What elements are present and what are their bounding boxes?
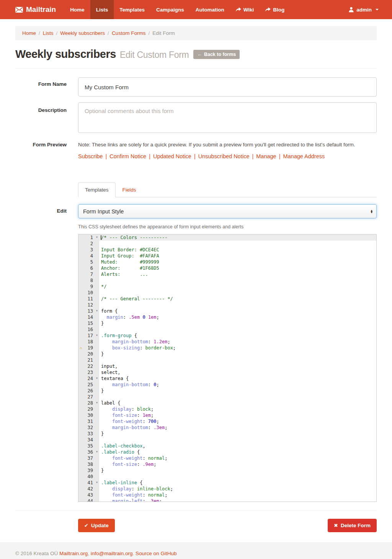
breadcrumb-link-weekly-subscribers[interactable]: Weekly subscribers bbox=[60, 30, 105, 36]
delete-form-button[interactable]: ✖ Delete Form bbox=[328, 519, 377, 532]
page-title: Weekly subscribers bbox=[15, 48, 116, 61]
editor-line: 26} bbox=[78, 388, 376, 394]
gutter-line-number: 42 bbox=[78, 486, 99, 492]
code-line: /* --- Colors ---------- bbox=[99, 234, 376, 241]
editor-line: 35.label-checkbox, bbox=[78, 443, 376, 449]
envelope-icon bbox=[15, 7, 23, 13]
back-to-forms-label: Back to forms bbox=[204, 52, 236, 57]
gutter-line-number: 26 bbox=[78, 388, 99, 394]
breadcrumb-current: Edit Form bbox=[152, 30, 175, 36]
gutter-line-number: 12 bbox=[78, 302, 99, 308]
description-textarea[interactable] bbox=[78, 102, 377, 133]
editor-line: 12 bbox=[78, 302, 376, 308]
editor-line: 11/* --- General -------- */ bbox=[78, 296, 376, 302]
code-line: */ bbox=[99, 284, 376, 290]
fold-arrow-icon[interactable]: ▾ bbox=[96, 400, 98, 406]
preview-link-confirm-notice[interactable]: Confirm Notice bbox=[109, 153, 146, 159]
code-editor[interactable]: 1▾/* --- Colors ----------23Input Border… bbox=[78, 234, 377, 502]
text-cursor bbox=[101, 235, 101, 240]
warning-icon: ⚠ bbox=[80, 345, 82, 351]
gutter-line-number: 35 bbox=[78, 443, 99, 449]
gutter-line-number: 14 bbox=[78, 314, 99, 320]
nav-item-lists[interactable]: Lists bbox=[90, 0, 114, 19]
nav-item-automation[interactable]: Automation bbox=[190, 0, 230, 19]
gutter-line-number: 43 bbox=[78, 492, 99, 498]
gutter-line-number: 24▾ bbox=[78, 375, 99, 382]
code-line: .label-checkbox, bbox=[99, 443, 376, 449]
gutter-line-number: 11 bbox=[78, 296, 99, 302]
fold-arrow-icon[interactable]: ▾ bbox=[96, 332, 98, 338]
edit-custom-form: Form Name Description Form Preview Note:… bbox=[15, 77, 377, 502]
nav-item-label: Campaigns bbox=[156, 7, 184, 13]
preview-link-manage[interactable]: Manage bbox=[256, 153, 276, 159]
chevron-down-icon bbox=[376, 9, 379, 10]
editor-line: 6Anchor: #1F68D5 bbox=[78, 265, 376, 271]
preview-link-unsubscribed-notice[interactable]: Unsubscribed Notice bbox=[198, 153, 250, 159]
nav-item-label: Blog bbox=[273, 7, 284, 13]
mailtrain-org-link[interactable]: Mailtrain.org bbox=[59, 551, 88, 556]
tab-fields[interactable]: Fields bbox=[116, 182, 143, 197]
gutter-line-number: 17▾ bbox=[78, 333, 99, 339]
gutter-line-number: 13▾ bbox=[78, 308, 99, 314]
fold-arrow-icon[interactable]: ▾ bbox=[96, 308, 98, 314]
code-line: label { bbox=[99, 400, 376, 406]
nav-item-wiki[interactable]: Wiki bbox=[230, 0, 260, 19]
github-link[interactable]: Source on GitHub bbox=[136, 551, 176, 556]
nav-item-home[interactable]: Home bbox=[64, 0, 90, 19]
gutter-line-number: 6 bbox=[78, 265, 99, 271]
update-button[interactable]: ✔ Update bbox=[78, 519, 115, 532]
editor-line: 7Alerts: ... bbox=[78, 271, 376, 277]
code-line: margin-bottom: 0; bbox=[99, 382, 376, 388]
template-select[interactable]: Form Input Style ▴▾ bbox=[78, 204, 377, 218]
fold-arrow-icon[interactable]: ▾ bbox=[96, 234, 98, 240]
code-line: font-weight: normal; bbox=[99, 492, 376, 498]
form-name-input[interactable] bbox=[78, 77, 377, 97]
tab-templates[interactable]: Templates bbox=[78, 182, 116, 197]
select-arrows-icon: ▴▾ bbox=[371, 210, 372, 213]
back-to-forms-button[interactable]: ← Back to forms bbox=[193, 50, 240, 59]
footer-separator: , bbox=[88, 551, 91, 556]
editor-line: 18 margin-bottom: 1.2em; bbox=[78, 339, 376, 345]
preview-link-subscribe[interactable]: Subscribe bbox=[78, 153, 103, 159]
navbar: Mailtrain HomeListsTemplatesCampaignsAut… bbox=[0, 0, 392, 19]
editor-line: 16 bbox=[78, 326, 376, 333]
user-menu[interactable]: admin bbox=[345, 0, 382, 19]
code-line: } bbox=[99, 431, 376, 437]
nav-item-templates[interactable]: Templates bbox=[114, 0, 150, 19]
gutter-line-number: 41▾ bbox=[78, 480, 99, 486]
email-link[interactable]: info@mailtrain.org bbox=[91, 551, 133, 556]
editor-line: 19⚠ box-sizing: border-box; bbox=[78, 345, 376, 351]
fold-arrow-icon[interactable]: ▾ bbox=[96, 375, 98, 381]
editor-line: 36▾.label-radio { bbox=[78, 449, 376, 455]
gutter-line-number: 9 bbox=[78, 284, 99, 290]
code-line: input, bbox=[99, 363, 376, 369]
code-line: .label-inline { bbox=[99, 480, 376, 486]
gutter-line-number: 2 bbox=[78, 241, 99, 247]
brand[interactable]: Mailtrain bbox=[15, 0, 56, 19]
header-divider bbox=[15, 68, 377, 69]
gutter-line-number: 28▾ bbox=[78, 400, 99, 406]
fold-arrow-icon[interactable]: ▾ bbox=[96, 449, 98, 455]
nav-item-campaigns[interactable]: Campaigns bbox=[150, 0, 190, 19]
gutter-line-number: 30 bbox=[78, 412, 99, 418]
gutter-line-number: 10 bbox=[78, 290, 99, 296]
preview-link-updated-notice[interactable]: Updated Notice bbox=[153, 153, 191, 159]
editor-line: 29 display: block; bbox=[78, 406, 376, 412]
gutter-line-number: 21 bbox=[78, 357, 99, 363]
fold-arrow-icon[interactable]: ▾ bbox=[96, 479, 98, 485]
breadcrumb-link-lists[interactable]: Lists bbox=[43, 30, 54, 36]
gutter-line-number: 32 bbox=[78, 425, 99, 431]
breadcrumb-separator: / bbox=[56, 30, 58, 36]
code-line: Anchor: #1F68D5 bbox=[99, 265, 376, 271]
breadcrumb-link-home[interactable]: Home bbox=[22, 30, 36, 36]
copyright-text: © 2016 Kreata OÜ bbox=[15, 551, 58, 556]
cross-icon: ✖ bbox=[334, 523, 338, 528]
breadcrumb-link-custom-forms[interactable]: Custom Forms bbox=[112, 30, 146, 36]
link-separator: | bbox=[105, 153, 107, 159]
nav-item-blog[interactable]: Blog bbox=[260, 0, 290, 19]
code-line bbox=[99, 357, 376, 363]
edit-label: Edit bbox=[15, 204, 67, 218]
code-line: select, bbox=[99, 369, 376, 375]
main-nav: HomeListsTemplatesCampaignsAutomationWik… bbox=[64, 0, 290, 19]
preview-link-manage-address[interactable]: Manage Address bbox=[283, 153, 325, 159]
